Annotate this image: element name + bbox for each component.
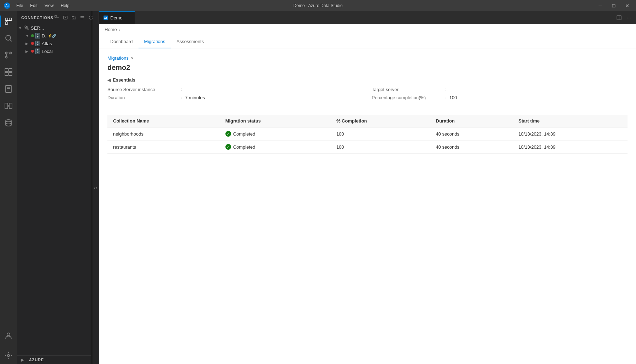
page-content: Migrations > demo2 ◀ Essentials Source S… [99, 48, 636, 364]
status-completed-label-0: Completed [233, 131, 255, 137]
connections-icon [4, 17, 13, 25]
close-button[interactable]: ✕ [622, 2, 632, 9]
activity-source-control[interactable] [0, 47, 17, 64]
tree-badge-local [31, 50, 34, 53]
more-actions-button[interactable]: ··· [625, 13, 633, 22]
split-editor-button[interactable] [615, 13, 623, 22]
add-server-icon [63, 15, 68, 20]
app-logo-icon: Az [4, 2, 11, 9]
col-duration: Duration [430, 115, 513, 127]
table-header-row: Collection Name Migration status % Compl… [107, 115, 628, 127]
essentials-collapse-icon[interactable]: ◀ [107, 78, 111, 83]
cell-collection-name-0: neighborhoods [107, 127, 220, 141]
activity-connections[interactable] [0, 13, 17, 30]
activity-settings[interactable] [0, 347, 17, 364]
collapse-sidebar-button[interactable]: ‹‹ [93, 11, 99, 364]
migration-breadcrumb-sep: > [131, 55, 134, 61]
table-row[interactable]: neighborhoods ✓ Completed 100 40 seconds… [107, 127, 628, 141]
activity-schema-compare[interactable] [0, 97, 17, 114]
add-folder-button[interactable] [70, 14, 77, 21]
svg-point-26 [7, 354, 10, 357]
activity-extensions[interactable] [0, 64, 17, 80]
extensions-icon [4, 68, 13, 76]
activity-search[interactable] [0, 30, 17, 47]
tree-item-d[interactable]: ▼ 🗄️ D. ⚡🔗 [17, 32, 91, 40]
tab-demo[interactable]: Az Demo ✕ [99, 11, 135, 24]
split-editor-icon [617, 15, 622, 20]
essentials-value-duration: 7 minutes [185, 95, 205, 100]
svg-rect-4 [5, 22, 8, 24]
main-area: Az Demo ✕ ··· Home [99, 11, 636, 364]
table-row[interactable]: restaurants ✓ Completed 100 40 seconds 1… [107, 141, 628, 154]
essentials-label-percentage: Percentage completion(%) [372, 95, 442, 100]
svg-rect-2 [5, 18, 8, 20]
col-start-time: Start time [513, 115, 628, 127]
tree-item-local[interactable]: ▶ 🗄️ Local [17, 47, 91, 55]
activity-notebooks[interactable] [0, 80, 17, 97]
tab-bar-actions: ··· [615, 13, 636, 22]
tab-migrations[interactable]: Migrations [139, 35, 171, 48]
tab-demo-icon: Az [103, 15, 108, 20]
essentials-colon-source: : [181, 87, 182, 92]
tree-label-local: Local [42, 49, 53, 54]
content-area: Home › Dashboard Migrations Assessments … [99, 24, 636, 364]
breadcrumb: Home › [99, 24, 636, 35]
add-server-button[interactable] [62, 14, 69, 21]
minimize-button[interactable]: ─ [595, 2, 606, 9]
more-actions-icon: ··· [627, 15, 631, 20]
essentials-row-target: Target server : [372, 87, 628, 92]
essentials-label-target: Target server [372, 87, 442, 92]
cell-start-time-1: 10/13/2023, 14:39 [513, 141, 628, 154]
azure-section[interactable]: ▶ AZURE [17, 355, 91, 364]
tab-assessments[interactable]: Assessments [171, 35, 210, 48]
maximize-button[interactable]: □ [608, 2, 619, 9]
cell-start-time-0: 10/13/2023, 14:39 [513, 127, 628, 141]
tree-icon-ser: 🔌 [24, 25, 29, 30]
essentials-colon-percentage: : [445, 95, 447, 100]
menu-help[interactable]: Help [58, 2, 72, 10]
svg-rect-17 [6, 85, 11, 93]
menu-view[interactable]: View [42, 2, 57, 10]
migration-breadcrumb-link[interactable]: Migrations [107, 55, 129, 61]
svg-text:Az: Az [104, 17, 107, 19]
svg-rect-3 [9, 18, 12, 20]
status-completed-1: ✓ Completed [225, 144, 325, 150]
tree-icon-local: 🗄️ [35, 48, 41, 54]
essentials-colon-target: : [445, 87, 447, 92]
new-connection-button[interactable] [53, 14, 60, 21]
cell-duration-1: 40 seconds [430, 141, 513, 154]
tree-label-d-ext: ⚡🔗 [48, 34, 56, 38]
status-completed-icon-0: ✓ [225, 131, 231, 137]
svg-rect-27 [55, 16, 57, 17]
svg-point-25 [7, 333, 10, 336]
svg-text:Az: Az [5, 4, 10, 8]
activity-database-migration[interactable] [0, 114, 17, 131]
activity-account[interactable] [0, 327, 17, 344]
breadcrumb-sep: › [119, 27, 120, 32]
svg-rect-21 [5, 103, 8, 109]
cell-status-0: ✓ Completed [220, 127, 331, 141]
collapse-sidebar-icon: ‹‹ [94, 185, 97, 191]
breadcrumb-home[interactable]: Home [105, 27, 117, 32]
tree-label-atlas: Atlas [42, 41, 52, 46]
add-folder-icon [71, 15, 76, 20]
source-control-icon [4, 51, 13, 59]
azure-label: AZURE [29, 358, 44, 362]
essentials-label-duration: Duration [107, 95, 178, 100]
tree-item-ser[interactable]: ▼ 🔌 SER... [17, 24, 91, 32]
menu-file[interactable]: File [13, 2, 26, 10]
tab-bar: Az Demo ✕ ··· [99, 11, 636, 24]
tab-dashboard[interactable]: Dashboard [105, 35, 139, 48]
col-migration-status: Migration status [220, 115, 331, 127]
tab-demo-label: Demo [110, 15, 123, 20]
account-icon [4, 332, 13, 340]
tree-chevron-local: ▶ [25, 49, 31, 53]
cell-duration-0: 40 seconds [430, 127, 513, 141]
essentials-row-duration: Duration : 7 minutes [107, 95, 363, 100]
cell-status-1: ✓ Completed [220, 141, 331, 154]
essentials-right: Target server : Percentage completion(%)… [372, 87, 628, 100]
tree-item-atlas[interactable]: ▶ 🗄️ Atlas [17, 40, 91, 47]
svg-rect-14 [9, 68, 12, 72]
group-by-button[interactable] [79, 14, 86, 21]
menu-edit[interactable]: Edit [27, 2, 40, 10]
